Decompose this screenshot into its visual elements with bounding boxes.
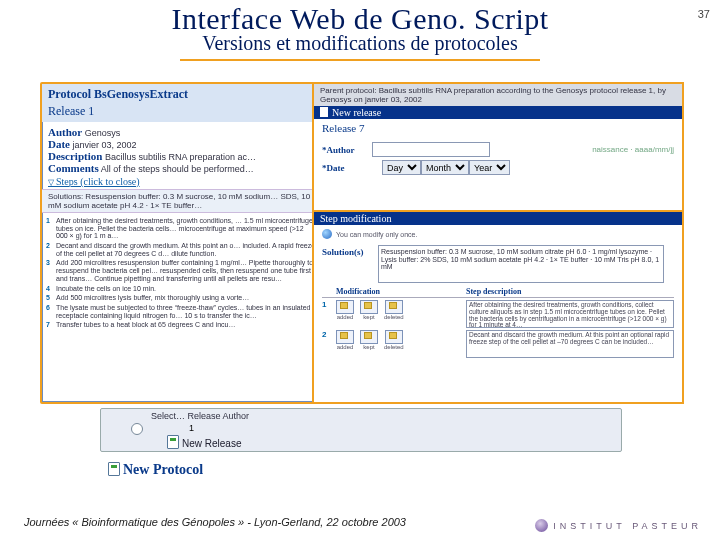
release-number-cell: 1	[189, 423, 194, 433]
author-field-label: *Author	[322, 145, 372, 155]
parent-protocol-text: Parent protocol: Bacillus subtilis RNA p…	[314, 84, 682, 106]
col-step-description: Step description	[466, 287, 521, 296]
new-release-link[interactable]: New Release	[167, 435, 241, 449]
deleted-icon[interactable]: deleted	[384, 330, 404, 350]
comments-value: All of the steps should be performed…	[101, 164, 254, 174]
date-label: Date	[48, 138, 70, 150]
protocol-detail-panel: Protocol BsGenosysExtract Release 1 Auth…	[40, 82, 322, 404]
description-label: Description	[48, 150, 102, 162]
slide-footer: Journées « Bioinformatique des Génopoles…	[24, 516, 406, 528]
pasteur-logo: INSTITUT PASTEUR	[535, 519, 702, 532]
description-value: Bacillus subtilis RNA preparation ac…	[105, 152, 256, 162]
deleted-icon[interactable]: deleted	[384, 300, 404, 320]
new-release-icon	[167, 435, 179, 449]
date-value: janvier 03, 2002	[73, 140, 137, 150]
step-text: Add 200 microlitres resuspension buffer …	[56, 259, 316, 282]
step-description-cell[interactable]: Decant and discard the growth medium. At…	[466, 330, 674, 358]
modification-hint: You can modify only once.	[314, 225, 682, 243]
protocol-release: Release 1	[48, 104, 314, 119]
steps-list: 1After obtaining the desired treatments,…	[42, 213, 320, 333]
step-text: Decant and discard the growth medium. At…	[56, 242, 316, 257]
year-select[interactable]: Year	[469, 160, 510, 175]
solutions-header: Solutions: Resuspension buffer: 0.3 M su…	[42, 189, 320, 213]
date-field-label: *Date	[322, 163, 382, 173]
screenshot-area: Select… Release Author 1 New Release New…	[40, 82, 680, 452]
step-text: The lysate must be subjected to three “f…	[56, 304, 316, 319]
release-7-label: Release 7	[314, 119, 682, 137]
col-modification: Modification	[336, 287, 466, 296]
protocol-name: Protocol BsGenosysExtract	[48, 87, 314, 102]
month-select[interactable]: Month	[421, 160, 469, 175]
steps-toggle-link[interactable]: Steps (click to close)	[42, 176, 320, 187]
step-modification-panel: Step modification You can modify only on…	[312, 210, 684, 404]
new-protocol-icon	[108, 462, 120, 476]
radio-select[interactable]	[131, 423, 143, 435]
step-text: Transfer tubes to a heat block at 65 deg…	[56, 321, 236, 329]
author-value: Genosys	[85, 128, 121, 138]
kept-icon[interactable]: kept	[360, 300, 378, 320]
added-icon[interactable]: added	[336, 330, 354, 350]
new-release-panel: Parent protocol: Bacillus subtilis RNA p…	[312, 82, 684, 212]
day-select[interactable]: Day	[382, 160, 421, 175]
author-input[interactable]	[372, 142, 490, 157]
pasteur-logo-icon	[535, 519, 548, 532]
step-text: After obtaining the desired treatments, …	[56, 217, 316, 240]
solutions-textarea[interactable]: Resuspension buffer: 0.3 M sucrose, 10 m…	[378, 245, 664, 283]
comments-label: Comments	[48, 162, 99, 174]
row-number: 1	[322, 300, 336, 309]
step-text: Add 500 microlitres lysis buffer, mix th…	[56, 294, 249, 302]
kept-icon[interactable]: kept	[360, 330, 378, 350]
author-label: Author	[48, 126, 82, 138]
table-columns: Select… Release Author	[151, 411, 249, 421]
new-release-strip: New release	[314, 106, 682, 119]
title-underline	[180, 59, 540, 61]
slide-title: Interface Web de Geno. Script	[0, 2, 720, 36]
protocol-table-row: Select… Release Author 1 New Release	[100, 408, 622, 452]
new-protocol-link[interactable]: New Protocol	[108, 462, 203, 478]
solutions-field-label: Solution(s)	[322, 245, 378, 283]
author-hint: naissance · aaaa/mm/jj	[490, 145, 674, 154]
step-text: Incubate the cells on ice 10 min.	[56, 285, 156, 293]
step-description-cell[interactable]: After obtaining the desired treatments, …	[466, 300, 674, 328]
modification-table: ModificationStep description 1 added kep…	[322, 287, 674, 358]
row-number: 2	[322, 330, 336, 339]
slide-subtitle: Versions et modifications de protocoles	[0, 32, 720, 55]
added-icon[interactable]: added	[336, 300, 354, 320]
page-number: 37	[698, 8, 710, 20]
step-modification-strip: Step modification	[314, 212, 682, 225]
